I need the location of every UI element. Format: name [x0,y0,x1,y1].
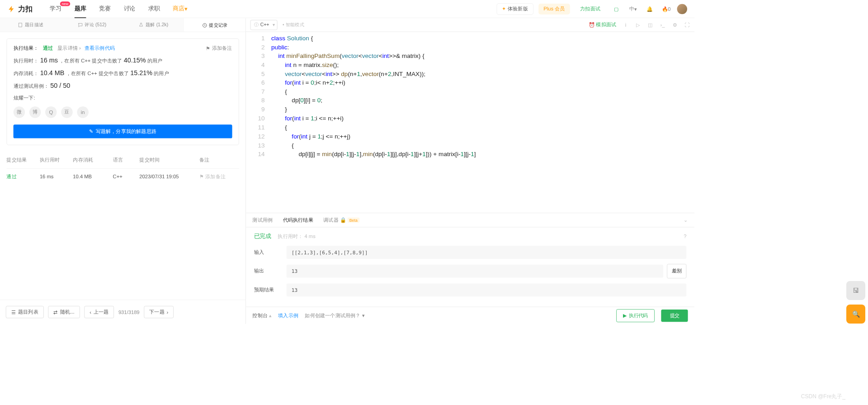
left-panel: 题目描述 评论 (512) 题解 (1.2k) 提交记录 执行结果： 通过 显示… [0,18,246,324]
left-footer: ☰题目列表 ⇄随机... ‹上一题 931/3189 下一题› [0,300,245,324]
collapse-icon[interactable]: ⌄ [684,217,688,223]
flex-label: 炫耀一下: [14,95,35,101]
submit-button[interactable]: 提交 [661,310,688,322]
avatar[interactable] [677,4,687,14]
nav-learn[interactable]: 学习new [43,0,68,18]
console-toggle[interactable]: 控制台 [252,312,271,319]
tab-debugger[interactable]: 调试器 🔒Beta [323,213,359,227]
submission-table: 提交结果执行用时内存消耗语言提交时间备注 通过16 ms10.4 MBC++20… [6,152,239,185]
tab-submissions[interactable]: 提交记录 [184,18,245,32]
diff-button[interactable]: 差别 [667,264,686,278]
qq-icon[interactable]: Q [45,106,57,118]
nav-contest[interactable]: 竞赛 [93,0,117,18]
douban-icon[interactable]: 豆 [61,106,73,118]
random-button[interactable]: ⇄随机... [48,306,80,318]
fill-example-link[interactable]: 填入示例 [278,312,298,319]
exec-time-label: 执行用时： 4 ms [278,233,315,239]
info-icon[interactable]: i [623,22,629,28]
view-example-link[interactable]: 查看示例代码 [85,45,115,52]
weibo-icon[interactable]: 博 [29,106,41,118]
gear-icon[interactable]: ⚙ [672,22,678,28]
tab-exec-result[interactable]: 代码执行结果 [283,213,313,227]
problem-list-button[interactable]: ☰题目列表 [6,306,44,318]
add-note-cell[interactable]: ⚑ 添加备注 [199,174,239,180]
left-tabs: 题目描述 评论 (512) 题解 (1.2k) 提交记录 [0,18,245,32]
svg-rect-0 [19,23,22,27]
pencil-icon: ✎ [89,129,94,134]
exec-panel: 已完成 执行用时： 4 ms ? 输入 [[2,1,3],[6,5,4],[7,… [246,227,694,306]
right-footer: 控制台 填入示例 如何创建一个测试用例？ ▶执行代码 提交 [246,307,694,324]
fullscreen-icon[interactable]: ⛶ [684,22,690,28]
table-header: 提交结果执行用时内存消耗语言提交时间备注 [6,152,239,169]
chevron-left-icon: ‹ [90,309,91,315]
right-panel: C++ 智能模式 ⏰模拟面试 i ▷ ◫ ›_ ⚙ ⛶ 1class Solut… [246,18,694,324]
share-icons: 微 博 Q 豆 in [14,106,232,118]
float-search-icon[interactable]: 🔍 [846,305,865,324]
chevron-right-icon: › [167,309,169,315]
shuffle-icon: ⇄ [53,309,58,315]
logo[interactable]: 力扣 [7,4,33,14]
terminal-icon[interactable]: ›_ [660,22,665,28]
mem-val: 10.4 MB [40,70,65,77]
mem-pct: 15.21% [130,70,152,77]
prev-button[interactable]: ‹上一题 [84,306,114,318]
tab-description[interactable]: 题目描述 [0,18,61,32]
nav-problems[interactable]: 题库 [68,0,92,18]
tests-pass: 50 / 50 [50,82,70,90]
expected-value: 13 [287,283,687,296]
write-solution-button[interactable]: ✎写题解，分享我的解题思路 [14,124,232,138]
alarm-icon: ⏰ [589,22,595,28]
table-row[interactable]: 通过16 ms10.4 MBC++2023/07/31 19:05⚑ 添加备注 [6,169,239,186]
help-icon[interactable]: ? [684,233,686,239]
float-save-icon[interactable]: 🖫 [846,281,865,300]
tab-comments[interactable]: 评论 (512) [61,18,123,32]
run-button[interactable]: ▶执行代码 [616,309,655,322]
watermark: CSDN @Fre丸子_ [801,393,845,400]
nav-career[interactable]: 求职 [142,0,166,18]
linkedin-icon[interactable]: in [77,106,89,118]
nav-discuss[interactable]: 讨论 [117,0,142,18]
bottom-tabs: 测试用例 代码执行结果 调试器 🔒Beta ⌄ [246,213,694,227]
code-editor[interactable]: 1class Solution { 2public: 3 int minFall… [246,32,694,213]
nav-store[interactable]: 商店 ▾ [166,0,194,18]
flask-icon [139,22,144,27]
logo-icon [7,5,16,13]
history-icon [202,23,207,28]
exec-time: 16 ms [40,57,58,65]
doc-icon [18,22,23,27]
tab-testcase[interactable]: 测试用例 [252,213,273,227]
show-detail-link[interactable]: 显示详情 › [57,45,81,52]
done-status: 已完成 [254,233,271,240]
mobile-icon[interactable]: ▢ [610,3,622,15]
bookmark-icon[interactable]: ◫ [647,22,653,28]
editor-toolbar: C++ 智能模式 ⏰模拟面试 i ▷ ◫ ›_ ⚙ ⛶ [246,18,694,32]
smart-mode[interactable]: 智能模式 [283,22,304,28]
mock-interview-button[interactable]: ⏰模拟面试 [589,22,617,28]
input-label: 输入 [254,249,287,255]
plus-button[interactable]: Plus 会员 [538,4,570,14]
language-select[interactable]: C++ [250,20,278,30]
result-card: 执行结果： 通过 显示详情 › 查看示例代码 ⚑添加备注 执行用时： 16 ms… [6,38,239,145]
try-new-button[interactable]: 体验新版 [496,3,533,15]
top-nav: 力扣 学习new 题库 竞赛 讨论 求职 商店 ▾ 体验新版 Plus 会员 力… [0,0,694,18]
lang-switch[interactable]: 中 ▾ [627,3,639,15]
exec-result-label: 执行结果： [14,45,39,52]
howto-link[interactable]: 如何创建一个测试用例？ [305,312,364,319]
float-buttons: 🖫 🔍 [846,281,865,324]
play-icon[interactable]: ▷ [635,22,641,28]
fire-icon[interactable]: 🔥 0 [660,3,672,15]
next-button[interactable]: 下一题› [144,306,174,318]
brand-text: 力扣 [18,4,33,14]
wechat-icon[interactable]: 微 [14,106,25,118]
interview-button[interactable]: 力扣面试 [575,4,605,14]
tab-solutions[interactable]: 题解 (1.2k) [123,18,184,32]
output-value: 13 [287,265,664,278]
add-note-button[interactable]: ⚑添加备注 [206,45,232,52]
page-indicator: 931/3189 [118,309,140,315]
output-label: 输出 [254,268,287,274]
bell-icon[interactable]: 🔔 [644,3,656,15]
play-icon: ▶ [623,313,627,318]
chevron-down-icon: ▾ [184,5,187,12]
comment-icon [78,22,83,27]
pass-status: 通过 [43,45,53,52]
